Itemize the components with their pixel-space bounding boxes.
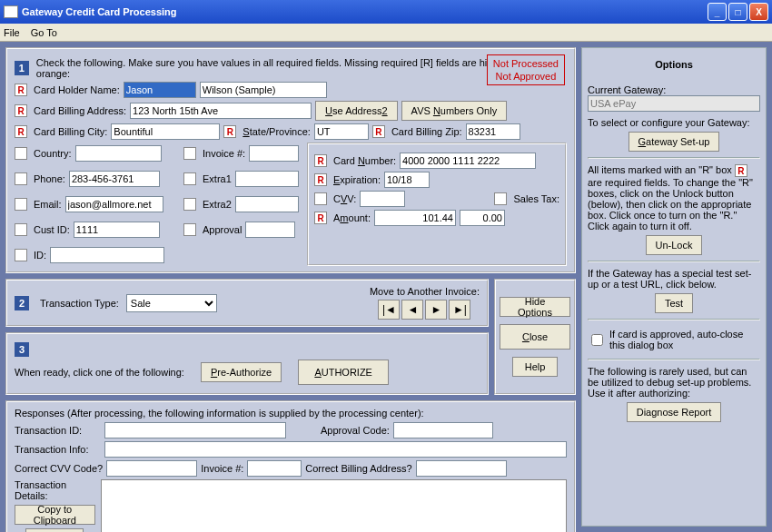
- diagnose-report-button[interactable]: Diagnose Report: [627, 402, 722, 422]
- required-toggle[interactable]: [15, 198, 27, 211]
- help-button[interactable]: Help: [512, 357, 558, 377]
- current-gateway-value: [588, 95, 760, 112]
- use-address2-button[interactable]: UUse Address2se Address2: [315, 101, 398, 121]
- required-indicator[interactable]: R: [314, 154, 327, 167]
- billing-city-label: Card Billing City:: [34, 126, 107, 137]
- extra2-input[interactable]: [235, 196, 299, 212]
- step3-panel: 3 When ready, click one of the following…: [5, 332, 489, 395]
- current-gateway-label: Current Gateway:: [588, 84, 760, 95]
- step3-instruction: When ready, click one of the following:: [15, 367, 184, 378]
- title-bar: Gateway Credit Card Processing _ □ X: [0, 0, 772, 24]
- invoice-label: Invoice #:: [203, 148, 245, 159]
- required-toggle[interactable]: [183, 223, 196, 236]
- avs-numbers-button[interactable]: AVS Numbers Only: [401, 101, 508, 121]
- authorize-button[interactable]: AUTHORIZE: [298, 360, 389, 385]
- transaction-info-label: Transaction Info:: [15, 444, 101, 455]
- menu-goto[interactable]: Go To: [31, 27, 57, 38]
- card-number-input[interactable]: [400, 153, 536, 169]
- custid-input[interactable]: [74, 222, 160, 238]
- nav-prev-button[interactable]: ◄: [401, 300, 423, 320]
- required-toggle[interactable]: [15, 172, 27, 185]
- last-name-input[interactable]: [200, 82, 327, 98]
- cvv-input[interactable]: [360, 191, 405, 207]
- autoclose-checkbox[interactable]: [591, 334, 603, 346]
- required-indicator[interactable]: R: [314, 173, 327, 186]
- salestax-input[interactable]: [460, 210, 505, 226]
- extra1-input[interactable]: [235, 171, 299, 187]
- menu-file[interactable]: File: [4, 27, 20, 38]
- test-help-text: If the Gateway has a special test set-up…: [588, 268, 760, 290]
- processing-status: Not Processed Not Approved: [487, 54, 565, 85]
- required-toggle[interactable]: [15, 249, 27, 261]
- move-invoice-label: Move to Another Invoice:: [370, 286, 480, 297]
- window-title: Gateway Credit Card Processing: [22, 6, 708, 17]
- amount-label: Amount:: [333, 212, 371, 223]
- state-label: State/Province:: [242, 126, 311, 137]
- required-indicator[interactable]: R: [15, 84, 27, 96]
- window-close-button[interactable]: X: [749, 3, 768, 21]
- debug-help-text: The following is rarely used, but can be…: [588, 366, 760, 399]
- transaction-type-select[interactable]: Sale: [126, 294, 217, 312]
- responses-panel: Responses (After processing, the followi…: [5, 400, 576, 532]
- required-toggle[interactable]: [494, 192, 507, 205]
- restore-button[interactable]: Restore: [25, 528, 84, 532]
- step2-panel: 2 Transaction Type: Sale Move to Another…: [5, 279, 489, 327]
- nav-last-button[interactable]: ►|: [449, 300, 470, 320]
- status-not-processed: Not Processed: [493, 57, 559, 70]
- gateway-select-text: To select or configure your Gateway:: [588, 117, 760, 128]
- required-indicator[interactable]: R: [15, 125, 27, 138]
- billing-address-input[interactable]: [130, 103, 312, 119]
- gateway-setup-button[interactable]: Gateway Set-up: [628, 132, 720, 152]
- unlock-button[interactable]: Un-Lock: [646, 235, 703, 255]
- required-indicator[interactable]: R: [15, 104, 27, 117]
- close-button[interactable]: Close: [500, 324, 570, 350]
- phone-label: Phone:: [34, 173, 65, 184]
- required-indicator[interactable]: R: [314, 212, 327, 224]
- required-toggle[interactable]: [15, 223, 27, 236]
- required-toggle[interactable]: [314, 192, 327, 205]
- minimize-button[interactable]: _: [708, 3, 727, 21]
- custid-label: Cust ID:: [34, 224, 70, 235]
- amount-input[interactable]: [374, 210, 456, 226]
- copy-clipboard-button[interactable]: Copy to Clipboard: [15, 505, 95, 525]
- country-input[interactable]: [75, 145, 162, 162]
- required-toggle[interactable]: [183, 147, 196, 160]
- required-toggle[interactable]: [183, 172, 196, 185]
- step1-panel: 1 Check the following. Make sure you hav…: [5, 47, 576, 273]
- test-button[interactable]: Test: [655, 293, 693, 313]
- transaction-details-output[interactable]: [101, 479, 567, 532]
- transaction-info-output: [104, 441, 567, 458]
- maximize-button[interactable]: □: [728, 3, 747, 21]
- phone-input[interactable]: [69, 171, 160, 187]
- billing-zip-input[interactable]: [466, 123, 520, 140]
- email-label: Email:: [34, 199, 62, 210]
- correct-cvv-output: [106, 460, 197, 477]
- expiration-input[interactable]: [384, 172, 430, 188]
- correct-billing-output: [416, 460, 507, 477]
- required-toggle[interactable]: [183, 198, 196, 211]
- response-invoice-output: [247, 460, 302, 477]
- nav-first-button[interactable]: |◄: [378, 300, 400, 320]
- invoice-input[interactable]: [249, 145, 299, 162]
- approval-input[interactable]: [245, 222, 295, 238]
- options-title: Options: [588, 55, 760, 79]
- cvv-label: CVV:: [333, 193, 356, 204]
- pre-authorize-button[interactable]: Pre-Authorize: [201, 362, 282, 382]
- state-input[interactable]: [314, 123, 369, 140]
- correct-cvv-label: Correct CVV Code?: [15, 463, 103, 474]
- transaction-id-label: Transaction ID:: [15, 425, 101, 436]
- id-input[interactable]: [50, 247, 164, 263]
- transaction-type-label: Transaction Type:: [40, 298, 119, 309]
- first-name-input[interactable]: [124, 82, 196, 98]
- status-not-approved: Not Approved: [493, 70, 559, 83]
- approval-label: Approval: [203, 224, 242, 235]
- hide-options-button[interactable]: Hide Options: [500, 297, 570, 317]
- billing-city-input[interactable]: [111, 123, 220, 140]
- required-indicator[interactable]: R: [223, 125, 236, 138]
- email-input[interactable]: [65, 196, 163, 212]
- nav-next-button[interactable]: ►: [425, 300, 447, 320]
- required-indicator[interactable]: R: [372, 125, 385, 138]
- country-label: Country:: [34, 148, 72, 159]
- extra2-label: Extra2: [203, 199, 232, 210]
- required-toggle[interactable]: [15, 147, 27, 160]
